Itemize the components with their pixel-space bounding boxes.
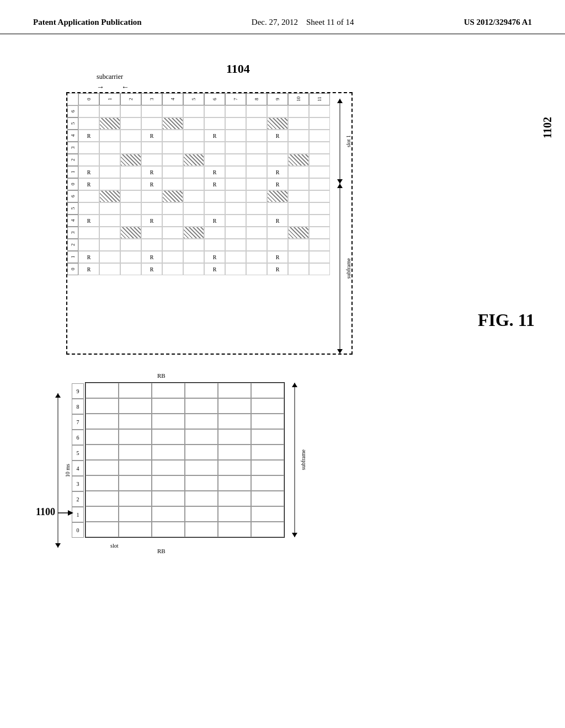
grid-cell — [183, 166, 204, 178]
grid-cell-hatched — [288, 227, 309, 239]
grid-cell — [162, 215, 183, 227]
bottom-grid-row — [86, 522, 284, 537]
grid-cell-hatched — [162, 190, 183, 202]
main-grid: 0 1 2 3 4 5 6 7 8 9 10 11 — [78, 93, 330, 354]
grid-cell — [78, 142, 99, 154]
grid-cell — [141, 190, 162, 202]
grid-row: R R R R — [78, 263, 330, 275]
grid-cell-R: R — [78, 251, 99, 263]
bottom-grid-cell — [86, 475, 119, 491]
grid-cell — [309, 239, 330, 251]
grid-cell — [183, 142, 204, 154]
grid-cell-hatched — [267, 190, 288, 202]
slot1-annotation: slot 1 — [334, 99, 351, 184]
grid-cell-R: R — [267, 263, 288, 275]
10ms-annotation: 10 ms — [52, 393, 71, 548]
grid-cell — [309, 202, 330, 215]
grid-cell-hatched — [183, 154, 204, 166]
grid-cell — [120, 178, 141, 190]
row-label: 3 — [67, 142, 78, 154]
col-header-6: 6 — [204, 93, 225, 105]
grid-cell — [267, 239, 288, 251]
grid-cell-hatched — [99, 190, 120, 202]
grid-cell-hatched — [183, 227, 204, 239]
svg-marker-1 — [337, 99, 343, 103]
grid-cell — [78, 227, 99, 239]
grid-cell — [99, 178, 120, 190]
grid-cell — [309, 215, 330, 227]
bottom-grid-row — [86, 445, 284, 460]
grid-cell — [204, 117, 225, 130]
row-label: 2 — [67, 239, 78, 251]
bottom-grid-cell — [86, 506, 119, 522]
grid-cell — [120, 251, 141, 263]
bottom-grid-row — [86, 398, 284, 414]
arrow-left-icon: ← — [121, 83, 129, 92]
bottom-grid-cell — [119, 460, 152, 475]
bottom-grid-cell — [152, 398, 185, 414]
bottom-grid-cell — [185, 491, 218, 506]
grid-row — [78, 239, 330, 251]
grid-cell — [78, 239, 99, 251]
bottom-grid-cell — [251, 398, 284, 414]
grid-cell — [183, 263, 204, 275]
row-label: 3 — [67, 227, 78, 239]
bottom-row-label: 8 — [72, 399, 84, 414]
publication-date: Dec. 27, 2012 — [252, 18, 298, 26]
grid-cell — [183, 239, 204, 251]
grid-cell — [288, 190, 309, 202]
grid-cell-R: R — [141, 166, 162, 178]
grid-cell-R: R — [267, 251, 288, 263]
grid-cell-R: R — [267, 215, 288, 227]
grid-cell — [162, 105, 183, 117]
grid-cell — [183, 251, 204, 263]
grid-row: R R R R — [78, 166, 330, 178]
grid-cell — [141, 154, 162, 166]
grid-cell — [183, 105, 204, 117]
grid-cell — [246, 251, 267, 263]
publication-title: Patent Application Publication — [33, 17, 142, 28]
col-header-9: 9 — [267, 93, 288, 105]
grid-cell — [309, 154, 330, 166]
col-header-3: 3 — [141, 93, 162, 105]
grid-cell — [288, 105, 309, 117]
grid-cell — [288, 166, 309, 178]
grid-cell — [162, 154, 183, 166]
bottom-grid-cell — [218, 414, 251, 429]
bottom-grid-row — [86, 475, 284, 491]
bottom-grid-cell — [119, 522, 152, 537]
grid-cell — [78, 154, 99, 166]
bottom-grid-cell — [86, 383, 119, 398]
grid-cell — [162, 178, 183, 190]
grid-cell — [99, 142, 120, 154]
svg-marker-4 — [337, 184, 343, 188]
bottom-grid-cell — [119, 429, 152, 445]
grid-cell — [288, 130, 309, 142]
grid-cell — [246, 190, 267, 202]
bottom-grid-cell — [152, 475, 185, 491]
grid-cell — [120, 130, 141, 142]
grid-cell — [225, 178, 246, 190]
grid-cell — [288, 263, 309, 275]
grid-cell — [225, 142, 246, 154]
bottom-diagram: 10 ms 0 1 2 3 4 5 6 7 8 9 — [50, 382, 543, 538]
svg-marker-7 — [55, 393, 61, 398]
grid-cell-R: R — [141, 263, 162, 275]
bottom-grid-cell — [86, 460, 119, 475]
grid-cell — [267, 227, 288, 239]
bottom-row-label: 5 — [72, 445, 84, 461]
row-label: 6 — [67, 190, 78, 202]
grid-cell — [99, 166, 120, 178]
subframe-label: subframe — [345, 258, 351, 279]
col-header-1: 1 — [99, 93, 120, 105]
grid-cell-R: R — [78, 166, 99, 178]
grid-cell — [267, 142, 288, 154]
grid-cell — [183, 190, 204, 202]
grid-cell — [141, 142, 162, 154]
svg-marker-5 — [337, 349, 343, 354]
subcarrier-label: subcarrier — [97, 73, 123, 81]
bottom-grid-cell — [119, 445, 152, 460]
grid-cell — [99, 105, 120, 117]
grid-cell — [78, 190, 99, 202]
label-1104: 1104 — [226, 62, 250, 76]
